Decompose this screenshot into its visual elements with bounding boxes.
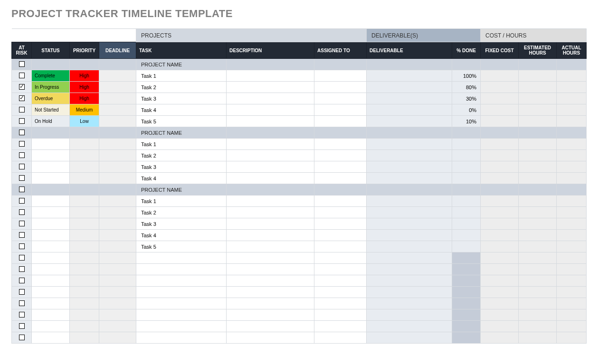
done-cell[interactable] — [452, 332, 481, 344]
fixed-cost-cell[interactable] — [481, 150, 519, 161]
priority-cell[interactable] — [70, 230, 99, 241]
deliverable-cell[interactable] — [367, 104, 452, 116]
assigned-cell[interactable] — [314, 161, 367, 173]
status-cell[interactable] — [32, 161, 70, 173]
act-hours-cell[interactable] — [557, 218, 587, 230]
deliverable-cell[interactable] — [367, 82, 452, 93]
priority-cell[interactable] — [70, 218, 99, 230]
description-cell[interactable] — [227, 82, 314, 93]
priority-cell[interactable] — [70, 321, 99, 332]
done-cell[interactable]: 10% — [452, 116, 481, 127]
assigned-cell[interactable] — [314, 252, 367, 264]
est-hours-cell[interactable] — [519, 230, 557, 241]
deliverable-cell[interactable] — [367, 139, 452, 150]
status-cell[interactable] — [32, 252, 70, 264]
deliverable-cell[interactable] — [367, 321, 452, 332]
done-cell[interactable]: 0% — [452, 104, 481, 116]
deliverable-cell[interactable] — [367, 332, 452, 344]
est-hours-cell[interactable] — [519, 93, 557, 104]
act-hours-cell[interactable] — [557, 207, 587, 218]
fixed-cost-cell[interactable] — [481, 139, 519, 150]
act-hours-cell[interactable] — [557, 161, 587, 173]
deliverable-cell[interactable] — [367, 264, 452, 275]
task-cell[interactable] — [136, 321, 227, 332]
status-cell[interactable] — [32, 309, 70, 321]
done-cell[interactable]: 100% — [452, 70, 481, 82]
act-hours-cell[interactable] — [557, 173, 587, 184]
risk-checkbox[interactable] — [12, 196, 32, 207]
fixed-cost-cell[interactable] — [481, 252, 519, 264]
assigned-cell[interactable] — [314, 241, 367, 252]
deliverable-cell[interactable] — [367, 196, 452, 207]
description-cell[interactable] — [227, 150, 314, 161]
task-cell[interactable] — [136, 275, 227, 287]
risk-checkbox[interactable] — [12, 139, 32, 150]
done-cell[interactable] — [452, 196, 481, 207]
status-cell[interactable] — [32, 287, 70, 298]
deadline-cell[interactable] — [99, 218, 136, 230]
priority-cell[interactable] — [70, 139, 99, 150]
priority-cell[interactable] — [70, 309, 99, 321]
fixed-cost-cell[interactable] — [481, 173, 519, 184]
est-hours-cell[interactable] — [519, 150, 557, 161]
risk-checkbox[interactable] — [12, 218, 32, 230]
est-hours-cell[interactable] — [519, 207, 557, 218]
deadline-cell[interactable] — [99, 150, 136, 161]
description-cell[interactable] — [227, 230, 314, 241]
act-hours-cell[interactable] — [557, 230, 587, 241]
task-cell[interactable]: Task 3 — [136, 93, 227, 104]
deadline-cell[interactable] — [99, 332, 136, 344]
risk-checkbox[interactable] — [12, 207, 32, 218]
deadline-cell[interactable] — [99, 321, 136, 332]
act-hours-cell[interactable] — [557, 150, 587, 161]
est-hours-cell[interactable] — [519, 161, 557, 173]
priority-cell[interactable] — [70, 298, 99, 309]
status-cell[interactable] — [32, 196, 70, 207]
done-cell[interactable]: 30% — [452, 93, 481, 104]
priority-cell[interactable] — [70, 161, 99, 173]
assigned-cell[interactable] — [314, 104, 367, 116]
risk-checkbox[interactable] — [12, 116, 32, 127]
priority-cell[interactable] — [70, 275, 99, 287]
deliverable-cell[interactable] — [367, 150, 452, 161]
deadline-cell[interactable] — [99, 287, 136, 298]
deadline-cell[interactable] — [99, 70, 136, 82]
description-cell[interactable] — [227, 309, 314, 321]
deliverable-cell[interactable] — [367, 298, 452, 309]
priority-cell[interactable] — [70, 207, 99, 218]
status-cell[interactable]: Complete — [32, 70, 70, 82]
priority-cell[interactable] — [70, 252, 99, 264]
est-hours-cell[interactable] — [519, 173, 557, 184]
est-hours-cell[interactable] — [519, 70, 557, 82]
act-hours-cell[interactable] — [557, 275, 587, 287]
fixed-cost-cell[interactable] — [481, 332, 519, 344]
deadline-cell[interactable] — [99, 196, 136, 207]
act-hours-cell[interactable] — [557, 241, 587, 252]
assigned-cell[interactable] — [314, 218, 367, 230]
risk-checkbox[interactable] — [12, 70, 32, 82]
priority-cell[interactable] — [70, 173, 99, 184]
act-hours-cell[interactable] — [557, 116, 587, 127]
description-cell[interactable] — [227, 275, 314, 287]
deliverable-cell[interactable] — [367, 309, 452, 321]
act-hours-cell[interactable] — [557, 93, 587, 104]
deliverable-cell[interactable] — [367, 93, 452, 104]
risk-checkbox[interactable] — [12, 241, 32, 252]
status-cell[interactable]: On Hold — [32, 116, 70, 127]
risk-checkbox[interactable] — [12, 173, 32, 184]
deadline-cell[interactable] — [99, 252, 136, 264]
deliverable-cell[interactable] — [367, 230, 452, 241]
deadline-cell[interactable] — [99, 309, 136, 321]
done-cell[interactable] — [452, 207, 481, 218]
est-hours-cell[interactable] — [519, 332, 557, 344]
task-cell[interactable]: Task 1 — [136, 196, 227, 207]
task-cell[interactable]: Task 3 — [136, 218, 227, 230]
status-cell[interactable] — [32, 207, 70, 218]
description-cell[interactable] — [227, 116, 314, 127]
risk-checkbox[interactable] — [12, 264, 32, 275]
task-cell[interactable]: Task 3 — [136, 161, 227, 173]
act-hours-cell[interactable] — [557, 252, 587, 264]
status-cell[interactable] — [32, 230, 70, 241]
deadline-cell[interactable] — [99, 241, 136, 252]
deadline-cell[interactable] — [99, 104, 136, 116]
